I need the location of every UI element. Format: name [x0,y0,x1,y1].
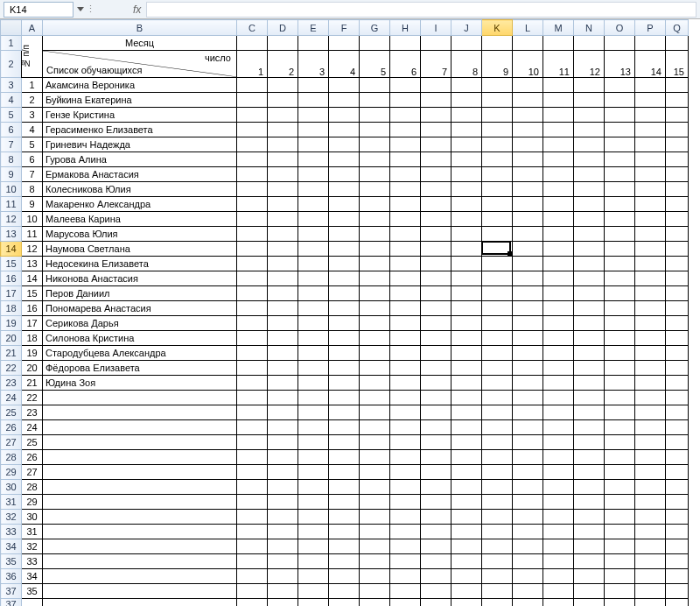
cell[interactable] [635,405,666,420]
cell[interactable] [268,286,298,301]
cell[interactable] [513,108,543,123]
cell[interactable] [390,495,421,510]
cell[interactable] [298,435,329,450]
cell[interactable] [329,93,360,108]
cell[interactable] [298,405,329,420]
cell[interactable] [268,361,298,376]
cell[interactable] [605,197,635,212]
cell[interactable] [482,599,513,607]
cell[interactable] [268,182,298,197]
student-name[interactable]: Ермакова Анастасия [43,167,237,182]
cell[interactable] [482,36,513,51]
cell[interactable] [421,569,452,584]
student-name[interactable] [43,420,237,435]
cell[interactable] [268,450,298,465]
cell[interactable] [452,331,482,346]
cell[interactable] [605,465,635,480]
cell[interactable] [543,495,574,510]
cell[interactable] [666,137,689,152]
cell[interactable] [666,286,689,301]
cell[interactable] [237,212,268,227]
row-header[interactable]: 36 [1,569,22,584]
cell[interactable] [574,405,605,420]
cell[interactable] [574,465,605,480]
cell[interactable] [666,525,689,539]
cell[interactable] [605,167,635,182]
cell[interactable] [237,167,268,182]
cell[interactable] [666,465,689,480]
cell[interactable] [421,271,452,286]
cell[interactable] [605,182,635,197]
cell[interactable] [237,182,268,197]
student-name[interactable] [43,569,237,584]
cell[interactable] [390,331,421,346]
cell[interactable] [268,167,298,182]
cell[interactable] [635,346,666,361]
student-index[interactable]: 2 [22,93,43,108]
cell[interactable] [574,152,605,167]
cell[interactable] [482,554,513,569]
cell[interactable] [666,123,689,137]
cell[interactable] [298,257,329,271]
cell[interactable] [421,36,452,51]
cell[interactable] [513,212,543,227]
cell[interactable] [421,93,452,108]
cell[interactable] [605,212,635,227]
cell[interactable] [390,554,421,569]
cell[interactable] [605,510,635,525]
cell[interactable] [360,257,390,271]
cell[interactable] [268,242,298,257]
cell[interactable] [390,584,421,599]
cell[interactable] [360,331,390,346]
cell[interactable] [421,361,452,376]
cell[interactable] [268,495,298,510]
cell[interactable] [635,569,666,584]
student-index[interactable]: 23 [22,405,43,420]
cell[interactable] [237,346,268,361]
cell[interactable] [635,554,666,569]
student-name[interactable]: Фёдорова Елизавета [43,361,237,376]
cell[interactable] [390,167,421,182]
cell[interactable] [268,435,298,450]
day-header[interactable]: 12 [574,51,605,78]
cell[interactable] [635,242,666,257]
student-index[interactable]: 25 [22,435,43,450]
cell[interactable] [574,525,605,539]
cell[interactable] [360,405,390,420]
student-index[interactable]: 1 [22,78,43,93]
cell[interactable] [237,420,268,435]
cell[interactable] [482,197,513,212]
cell[interactable] [390,36,421,51]
cell[interactable] [605,376,635,391]
cell[interactable] [421,525,452,539]
cell[interactable] [513,227,543,242]
cell[interactable] [513,480,543,495]
cell[interactable] [452,391,482,405]
cell[interactable] [329,405,360,420]
row-header[interactable]: 15 [1,257,22,271]
cell[interactable] [298,480,329,495]
cell[interactable] [268,539,298,554]
cell[interactable] [360,227,390,242]
column-header-K[interactable]: K [482,20,513,36]
student-index[interactable]: 28 [22,480,43,495]
student-index[interactable]: 4 [22,123,43,137]
student-name[interactable] [43,539,237,554]
cell[interactable] [452,376,482,391]
cell[interactable] [666,182,689,197]
cell[interactable] [329,212,360,227]
cell[interactable] [237,376,268,391]
cell[interactable] [329,331,360,346]
cell[interactable] [482,465,513,480]
row-header[interactable]: 26 [1,420,22,435]
cell[interactable] [666,420,689,435]
cell[interactable] [605,108,635,123]
cell[interactable] [513,271,543,286]
column-header-N[interactable]: N [574,20,605,36]
row-header[interactable]: 2 [1,51,22,78]
name-box-dropdown-icon[interactable] [77,7,84,11]
student-name[interactable]: Серикова Дарья [43,316,237,331]
row-header[interactable]: 4 [1,93,22,108]
cell[interactable] [390,197,421,212]
cell[interactable] [390,569,421,584]
